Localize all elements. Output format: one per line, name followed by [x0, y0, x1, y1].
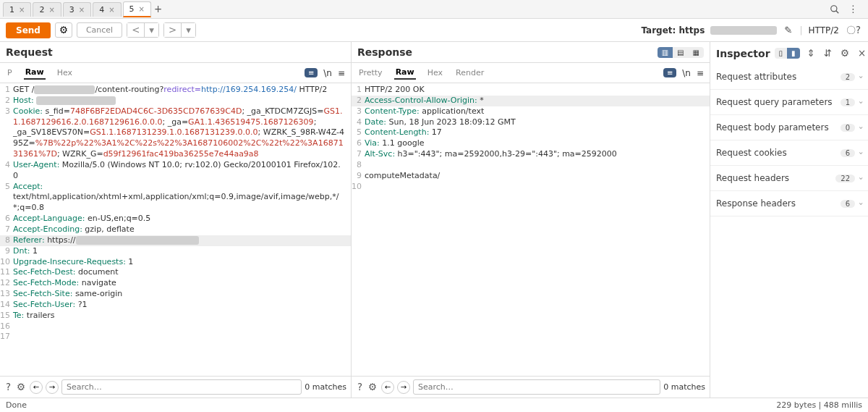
send-options-button[interactable]: ⚙ — [55, 22, 72, 38]
history-prev-menu[interactable]: ▾ — [144, 23, 158, 37]
inspector-layout-toggle[interactable]: ▯ ▮ — [775, 48, 800, 59]
layout-a-icon[interactable]: ▯ — [775, 48, 788, 59]
request-title: Request — [6, 46, 53, 58]
inspector-title: Inspector — [716, 48, 770, 59]
tab-hex[interactable]: Hex — [426, 67, 444, 79]
layout-b-icon[interactable]: ▮ — [787, 48, 800, 59]
history-next-group: > ▾ — [163, 22, 196, 38]
inspector-body-params[interactable]: Request body parameters0› — [710, 115, 868, 140]
layout-toggle[interactable]: ▥ ▤ ▦ — [658, 47, 704, 58]
layout-horizontal-icon[interactable]: ▥ — [658, 47, 673, 58]
match-count: 0 matches — [305, 382, 346, 392]
help-icon[interactable]: ? — [4, 380, 12, 394]
tab-3[interactable]: 3× — [63, 2, 91, 17]
request-search-input[interactable] — [61, 379, 302, 395]
response-search-input[interactable] — [413, 379, 660, 395]
actions-icon[interactable]: ≡ — [305, 68, 318, 77]
inspector-request-headers[interactable]: Request headers22› — [710, 166, 868, 191]
target-label: Target: https — [641, 25, 705, 35]
newline-icon[interactable]: \n — [323, 68, 332, 78]
search-icon[interactable] — [828, 3, 841, 16]
close-icon[interactable]: × — [48, 6, 54, 14]
more-icon[interactable]: ⋮ — [847, 2, 859, 16]
tab-4[interactable]: 4× — [93, 2, 121, 17]
close-icon[interactable]: × — [856, 46, 867, 60]
response-title: Response — [357, 46, 412, 58]
protocol-badge: HTTP/2 — [809, 25, 839, 35]
history-next-button[interactable]: > — [164, 23, 181, 37]
search-next-button[interactable]: → — [397, 381, 410, 394]
expand-icon[interactable]: ⇕ — [806, 46, 817, 60]
status-metrics: 229 bytes | 488 millis — [776, 400, 862, 410]
chevron-down-icon: › — [857, 151, 865, 154]
match-count: 0 matches — [663, 382, 705, 392]
history-prev-button[interactable]: < — [127, 23, 144, 37]
close-icon[interactable]: × — [79, 6, 85, 14]
target-redacted — [710, 26, 777, 35]
tab-raw[interactable]: Raw — [24, 66, 46, 80]
search-prev-button[interactable]: ← — [381, 381, 394, 394]
status-bar: Done 229 bytes | 488 millis — [0, 398, 868, 412]
tabs-bar: 1× 2× 3× 4× 5× + ⋮ — [0, 0, 868, 19]
menu-icon[interactable]: ≡ — [697, 68, 704, 78]
chevron-down-icon: › — [857, 101, 865, 104]
filter-icon[interactable]: ⇵ — [822, 46, 833, 60]
settings-icon[interactable]: ⚙ — [15, 380, 27, 394]
inspector-response-headers[interactable]: Response headers6› — [710, 191, 868, 216]
history-prev-group: < ▾ — [127, 22, 159, 38]
close-icon[interactable]: × — [109, 6, 114, 14]
request-search-bar: ? ⚙ ← → 0 matches — [0, 376, 351, 398]
chevron-down-icon: › — [857, 202, 865, 205]
tab-5[interactable]: 5× — [123, 1, 151, 17]
layout-vertical-icon[interactable]: ▤ — [673, 47, 688, 58]
cancel-button[interactable]: Cancel — [77, 22, 122, 38]
help-icon[interactable]: ? — [356, 380, 364, 394]
search-prev-button[interactable]: ← — [30, 381, 43, 394]
help-icon[interactable]: 〇? — [845, 22, 862, 38]
tab-2[interactable]: 2× — [33, 2, 61, 17]
tab-raw[interactable]: Raw — [394, 66, 416, 80]
close-icon[interactable]: × — [19, 6, 25, 14]
request-editor[interactable]: 1GET //content-routing?redirect=http://1… — [0, 83, 351, 376]
request-pane: Request P Raw Hex ≡ \n ≡ 1GET //content-… — [0, 42, 352, 398]
chevron-down-icon: › — [857, 126, 865, 129]
divider: | — [799, 25, 802, 35]
search-next-button[interactable]: → — [46, 381, 59, 394]
chevron-down-icon: › — [857, 75, 865, 78]
response-pane: Response ▥ ▤ ▦ Pretty Raw Hex Render ≡ \… — [352, 42, 710, 398]
tab-1[interactable]: 1× — [3, 2, 31, 17]
toolbar: Send ⚙ Cancel < ▾ > ▾ Target: https ✎ | … — [0, 19, 868, 42]
tab-hex[interactable]: Hex — [56, 67, 74, 79]
status-text: Done — [6, 400, 27, 410]
newline-icon[interactable]: \n — [682, 68, 691, 78]
tab-render[interactable]: Render — [454, 67, 485, 79]
layout-combined-icon[interactable]: ▦ — [689, 47, 704, 58]
tab-p[interactable]: P — [6, 67, 14, 79]
gear-icon[interactable]: ⚙ — [839, 46, 851, 60]
close-icon[interactable]: × — [139, 5, 145, 13]
svg-point-0 — [830, 5, 836, 11]
inspector-query-params[interactable]: Request query parameters1› — [710, 90, 868, 115]
response-viewer[interactable]: 1HTTP/2 200 OK 2Access-Control-Allow-Ori… — [352, 83, 710, 376]
inspector-request-attributes[interactable]: Request attributes2› — [710, 64, 868, 90]
chevron-down-icon: › — [857, 177, 865, 180]
menu-icon[interactable]: ≡ — [338, 68, 345, 78]
actions-icon[interactable]: ≡ — [663, 68, 676, 77]
response-search-bar: ? ⚙ ← → 0 matches — [352, 376, 710, 398]
add-tab-button[interactable]: + — [153, 2, 163, 16]
inspector-pane: Inspector ▯ ▮ ⇕ ⇵ ⚙ × Request attributes… — [710, 42, 868, 398]
inspector-cookies[interactable]: Request cookies6› — [710, 140, 868, 166]
history-next-menu[interactable]: ▾ — [181, 23, 195, 37]
edit-target-icon[interactable]: ✎ — [783, 23, 793, 37]
settings-icon[interactable]: ⚙ — [367, 380, 378, 394]
send-button[interactable]: Send — [6, 22, 51, 38]
tab-pretty[interactable]: Pretty — [357, 67, 384, 79]
svg-line-1 — [835, 10, 838, 13]
